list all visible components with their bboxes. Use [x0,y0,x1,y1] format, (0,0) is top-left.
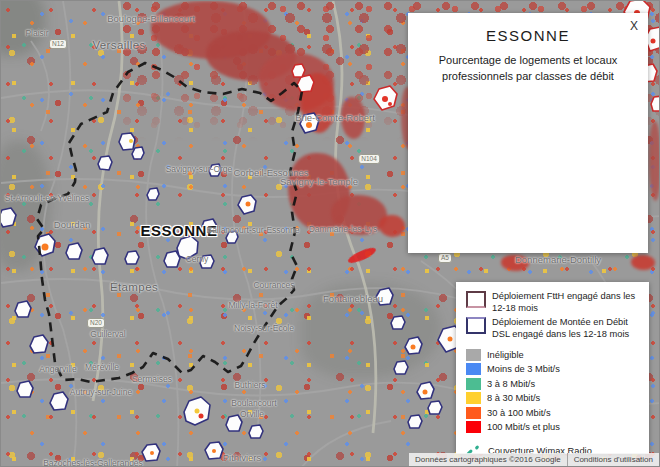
road-shield: N12 [49,39,67,49]
road-shield: N20 [87,318,105,328]
dsl-zone-swatch [466,317,486,334]
town-label: Pithiviers [223,452,262,463]
legend-class-row: 8 à 30 Mbit/s [466,391,645,406]
legend-zone-ftth: Déploiement FttH engagé dans les 12-18 m… [466,291,645,314]
legend-zone-label: Déploiement FttH engagé dans les 12-18 m… [492,291,645,314]
class-label: 100 Mbit/s et plus [487,422,560,432]
town-label: Ballancourt-sur-Essonne [206,225,299,235]
ftth-zone-swatch [466,291,486,308]
class-label: 8 à 30 Mbit/s [487,393,540,403]
info-panel-title: ESSONNE [408,27,648,44]
town-label: Étampes [110,281,158,293]
town-label: Savigny-le-Temple [280,176,358,187]
legend-class-row: 30 à 100 Mbit/s [466,405,645,420]
legend-panel: Déploiement FttH engagé dans les 12-18 m… [456,282,649,454]
map-application: ESSONNE Plaisir Boulogne-Billancourt Ver… [0,0,660,467]
info-panel-subtitle: Pourcentage de logements et locaux profe… [422,53,634,85]
road-shield: N104 [358,154,380,164]
class-swatch [466,363,481,375]
town-label: Buthiers [234,380,265,390]
class-label: 30 à 100 Mbit/s [487,408,551,418]
town-label: St-Arnoult-en-Yvelines [5,193,90,203]
class-swatch [466,407,481,419]
town-label: Plaisir [25,28,48,38]
town-label: Angerville [39,364,76,374]
class-swatch [466,378,481,390]
legend-speed-classes: Inéligible Moins de 3 Mbit/s 3 à 8 Mbit/… [466,347,645,434]
town-label: Sermaises [132,374,172,384]
google-copyright: Données cartographiques ©2016 Google [409,453,567,466]
map-attribution: Données cartographiques ©2016 Google Con… [409,453,659,466]
town-label: Orville [240,409,264,419]
legend-class-row: Moins de 3 Mbit/s [466,362,645,377]
town-label: Boulancourt [231,398,276,408]
town-label: Méréville [85,362,119,372]
town-label: Boulogne-Billancourt [107,13,195,24]
class-swatch [466,349,481,361]
town-label: Savigny-sur-Orge [166,164,233,174]
town-label: Brie-Comte-Robert [295,112,375,123]
town-label: Noisy-sur-École [234,323,294,333]
legend-class-row: 3 à 8 Mbit/s [466,376,645,391]
town-label: Cerny [186,254,209,264]
town-label: Fontainebleau [323,293,383,304]
legend-class-row: 100 Mbit/s et plus [466,420,645,435]
close-icon[interactable]: X [630,19,638,33]
legend-class-row: Inéligible [466,347,645,362]
town-label: Milly-la-Forêt [228,300,277,310]
legend-zone-dsl: Déploiement de Montée en Débit DSL engag… [466,317,645,340]
legend-zone-label: Déploiement de Montée en Débit DSL engag… [492,317,645,340]
town-label: Donnemarie-Dontilly [515,254,601,265]
town-label: Dourdan [54,219,90,230]
class-label: 3 à 8 Mbit/s [487,379,535,389]
terms-of-use-link[interactable]: Conditions d'utilisation [567,453,659,466]
road-shield: A5 [438,253,452,263]
class-swatch [466,392,481,404]
class-label: Moins de 3 Mbit/s [487,364,560,374]
town-label: Courances [253,280,294,290]
town-label: Versailles [92,39,145,51]
town-label: Bazoches-lès-Gallerandes [43,458,143,467]
class-swatch [466,421,481,433]
town-label: Dammarie-les-Lys [309,224,378,234]
info-panel: X ESSONNE Pourcentage de logements et lo… [408,13,648,253]
town-label: Guillerval [90,329,125,339]
class-label: Inéligible [487,350,524,360]
town-label: Autruy-sur-Juine [70,387,132,397]
